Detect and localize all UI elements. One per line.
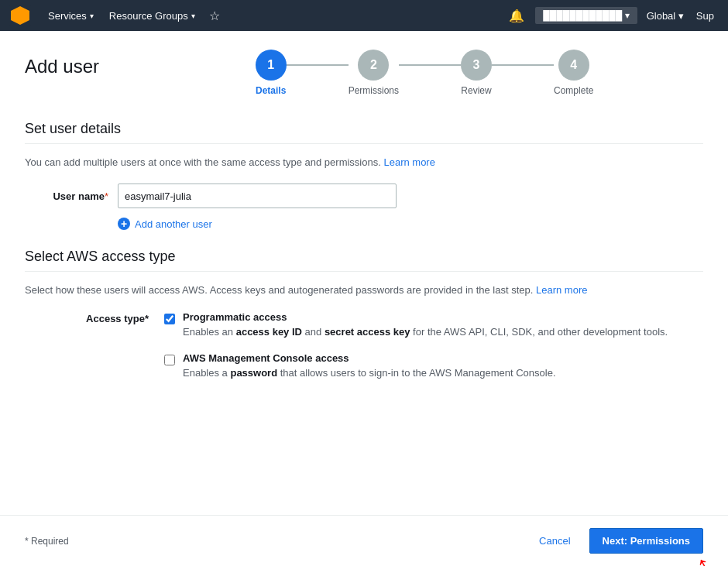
aws-logo[interactable] (8, 3, 33, 28)
learn-more-link-1[interactable]: Learn more (383, 156, 434, 168)
step-2-label: Permissions (349, 85, 399, 96)
step-3-number: 3 (473, 58, 480, 72)
bookmark-icon[interactable]: ☆ (203, 9, 226, 23)
region-label: Global (647, 10, 676, 22)
access-type-description: Select how these users will access AWS. … (25, 284, 703, 296)
username-input[interactable] (118, 184, 397, 208)
step-2-circle: 2 (358, 50, 389, 81)
step-connector-1-2 (287, 64, 349, 66)
add-user-plus-icon: + (118, 218, 130, 230)
access-options-list: Programmatic access Enables an access ke… (164, 311, 703, 393)
step-4-number: 4 (570, 58, 577, 72)
username-form-row: User name* (25, 184, 703, 208)
step-3-label: Review (461, 85, 491, 96)
programmatic-access-desc: Enables an access key ID and secret acce… (183, 324, 668, 340)
programmatic-access-title: Programmatic access (183, 311, 668, 323)
services-label: Services (48, 10, 87, 22)
region-arrow-icon: ▾ (678, 10, 684, 22)
page-title: Add user (25, 50, 99, 77)
main-container: Add user 1 Details 2 Permissions (0, 31, 728, 566)
services-menu[interactable]: Services ▾ (40, 0, 101, 31)
programmatic-access-content: Programmatic access Enables an access ke… (183, 311, 668, 340)
step-1-circle: 1 (256, 50, 287, 81)
step-connector-2-3 (399, 64, 461, 66)
add-another-user-label: Add another user (135, 218, 212, 230)
services-arrow-icon: ▾ (90, 12, 94, 20)
step-2: 2 Permissions (349, 50, 399, 96)
footer-buttons: Cancel Next: Permissions ↑ (530, 528, 703, 554)
resource-groups-arrow-icon: ▾ (191, 12, 195, 20)
access-type-title: Select AWS access type (25, 249, 703, 265)
access-type-row: Access type* Programmatic access Enables… (25, 311, 703, 393)
section-divider-2 (25, 271, 703, 272)
page-footer: * Required Cancel Next: Permissions ↑ (0, 515, 728, 566)
resource-groups-label: Resource Groups (109, 10, 188, 22)
step-2-number: 2 (370, 58, 377, 72)
next-permissions-button[interactable]: Next: Permissions (589, 528, 703, 554)
next-button-container: Next: Permissions ↑ (589, 528, 703, 554)
console-access-content: AWS Management Console access Enables a … (183, 352, 556, 381)
step-4-circle: 4 (558, 50, 589, 81)
programmatic-access-checkbox[interactable] (164, 314, 175, 324)
page-header: Add user 1 Details 2 Permissions (25, 50, 703, 96)
step-1-number: 1 (267, 58, 274, 72)
required-indicator: * (105, 190, 108, 202)
step-4: 4 Complete (554, 50, 593, 96)
add-another-user-button[interactable]: + Add another user (118, 218, 703, 230)
content-area: Add user 1 Details 2 Permissions (0, 31, 728, 515)
step-3-circle: 3 (461, 50, 492, 81)
learn-more-link-2[interactable]: Learn more (536, 284, 587, 296)
cancel-button[interactable]: Cancel (530, 530, 579, 551)
step-1: 1 Details (256, 50, 287, 96)
programmatic-access-option: Programmatic access Enables an access ke… (164, 311, 703, 340)
access-type-label: Access type* (25, 311, 164, 324)
step-1-label: Details (256, 85, 286, 96)
notifications-icon[interactable]: 🔔 (501, 9, 532, 23)
description-text: You can add multiple users at once with … (25, 156, 381, 168)
step-connector-3-4 (492, 64, 554, 66)
set-user-details-section: Set user details You can add multiple us… (25, 121, 703, 230)
step-4-label: Complete (554, 85, 593, 96)
username-label: User name* (25, 190, 118, 202)
resource-groups-menu[interactable]: Resource Groups ▾ (101, 0, 203, 31)
access-type-label-text: Access type (86, 313, 145, 324)
access-type-section: Select AWS access type Select how these … (25, 249, 703, 393)
console-access-checkbox[interactable] (164, 355, 175, 365)
section-divider-1 (25, 143, 703, 144)
support-menu[interactable]: Sup (690, 10, 720, 22)
wizard-stepper: 1 Details 2 Permissions 3 (146, 50, 703, 96)
support-label: Sup (696, 10, 714, 22)
required-star: * (145, 313, 149, 324)
console-access-desc: Enables a password that allows users to … (183, 365, 556, 381)
top-navigation: Services ▾ Resource Groups ▾ ☆ 🔔 ███████… (0, 0, 728, 31)
region-selector[interactable]: Global ▾ (640, 10, 690, 22)
username-label-text: User name (53, 190, 104, 202)
console-access-title: AWS Management Console access (183, 352, 556, 364)
set-user-details-title: Set user details (25, 121, 703, 137)
set-user-details-description: You can add multiple users at once with … (25, 156, 703, 168)
account-selector[interactable]: ████████████ ▾ (535, 7, 637, 24)
required-note: * Required (25, 536, 530, 547)
secret-access-key-text: secret access key (325, 326, 410, 338)
access-desc-text: Select how these users will access AWS. … (25, 284, 533, 296)
access-key-id-text: access key ID (236, 326, 302, 338)
console-access-option: AWS Management Console access Enables a … (164, 352, 703, 381)
password-text: password (230, 367, 277, 379)
step-3: 3 Review (461, 50, 492, 96)
